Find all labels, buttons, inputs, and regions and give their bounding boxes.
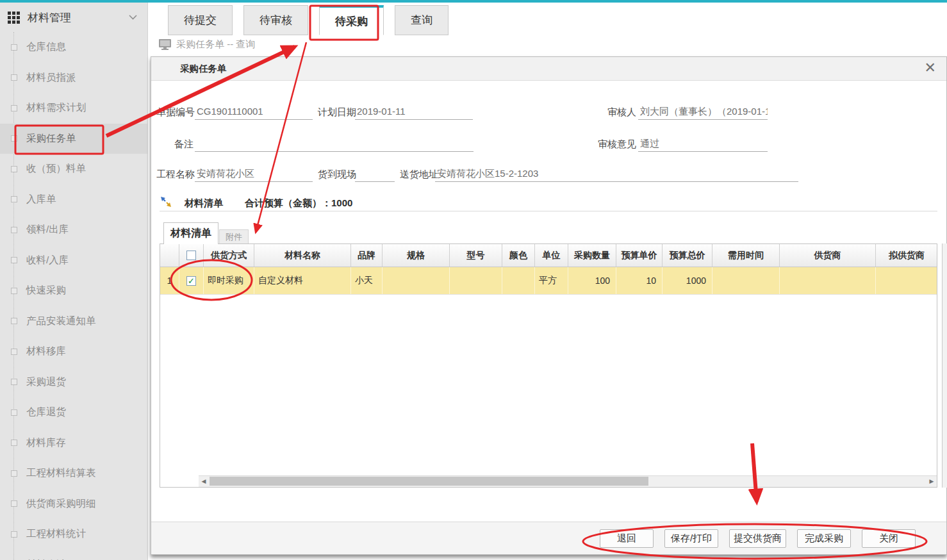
sidebar-item[interactable]: 供货商采购明细 <box>0 489 147 520</box>
tab-material-list[interactable]: 材料清单 <box>163 222 218 244</box>
sidebar-item-label: 工程材料结算表 <box>26 466 96 480</box>
project-name-field[interactable]: 安靖荷花小区 <box>195 167 313 182</box>
sidebar-item-label: 快速采购 <box>26 284 66 297</box>
grid-header-cell: 预算总价 <box>663 244 712 267</box>
grid-cell: 1000 <box>663 267 712 294</box>
sidebar-item[interactable]: 领料/出库 <box>0 215 147 245</box>
sidebar-item-label: 材料员指派 <box>26 71 76 85</box>
review-opinion-field[interactable]: 通过 <box>638 136 768 152</box>
goods-on-site-field[interactable] <box>355 167 395 182</box>
tree-bullet-icon <box>11 166 17 172</box>
close-icon[interactable]: ✕ <box>922 60 939 76</box>
review-opinion-label: 审核意见 <box>595 138 636 151</box>
sidebar-items: 仓库信息材料员指派材料需求计划采购任务单收（预）料单入库单领料/出库收料/入库快… <box>0 32 147 560</box>
tab-查询[interactable]: 查询 <box>395 5 449 35</box>
section-summary: 合计预算（金额）：1000 <box>245 197 352 210</box>
grid-cell: 即时采购 <box>204 267 254 294</box>
tab-待提交[interactable]: 待提交 <box>168 5 233 35</box>
sidebar-item[interactable]: 工程材料结算表 <box>0 458 147 489</box>
delivery-address-label: 送货地址 <box>400 169 432 181</box>
vertical-scrollbar[interactable] <box>942 243 947 488</box>
grid-header-cell: 型号 <box>450 244 502 267</box>
sidebar-item[interactable]: 材料库存 <box>0 428 147 459</box>
grid-cell: 小天 <box>351 267 383 294</box>
sidebar-item[interactable]: 材料需求计划 <box>0 93 147 124</box>
tree-bullet-icon <box>11 379 17 385</box>
breadcrumb: 采购任务单 -- 查询 <box>159 38 255 51</box>
grid-header-cell: 品牌 <box>351 244 383 267</box>
sidebar-item[interactable]: 材料统计 <box>0 550 147 560</box>
grid-cell <box>712 267 780 294</box>
sidebar-item[interactable]: 收（预）料单 <box>0 154 147 185</box>
sidebar-item[interactable]: 采购退货 <box>0 367 147 398</box>
scrollbar-thumb[interactable] <box>210 477 648 486</box>
remark-label: 备注 <box>156 138 194 151</box>
sidebar-item[interactable]: 工程材料统计 <box>0 519 147 550</box>
remark-field[interactable] <box>195 136 474 152</box>
scroll-right-icon[interactable]: ▶ <box>927 476 936 486</box>
tree-bullet-icon <box>11 440 17 446</box>
row-checkbox[interactable] <box>186 276 196 286</box>
sidebar-item-label: 采购任务单 <box>26 132 76 145</box>
sidebar-item[interactable]: 材料移库 <box>0 336 147 367</box>
doc-no-field[interactable]: CG1901110001 <box>195 104 313 120</box>
header-checkbox-cell[interactable] <box>179 244 204 267</box>
chevron-down-icon[interactable] <box>129 15 137 20</box>
section-divider <box>160 211 937 211</box>
button-退回[interactable]: 退回 <box>600 529 654 548</box>
modal-title: 采购任务单 <box>180 57 227 80</box>
tree-bullet-icon <box>11 257 17 263</box>
tree-bullet-icon <box>11 135 17 142</box>
material-grid: 供货方式材料名称品牌规格型号颜色单位采购数量预算单价预算总价需用时间供货商拟供货… <box>160 243 937 488</box>
sidebar-item-label: 领料/出库 <box>26 223 69 236</box>
plan-date-field[interactable]: 2019-01-11 <box>355 104 473 120</box>
sidebar-item-label: 采购退货 <box>26 375 66 389</box>
sidebar-item[interactable]: 收料/入库 <box>0 245 147 276</box>
horizontal-scrollbar[interactable]: ◀ ▶ <box>199 475 937 487</box>
sidebar-item[interactable]: 仓库退货 <box>0 397 147 428</box>
tree-bullet-icon <box>11 349 17 355</box>
scroll-left-icon[interactable]: ◀ <box>199 476 209 486</box>
button-保存/打印[interactable]: 保存/打印 <box>664 529 718 548</box>
tab-待审核[interactable]: 待审核 <box>243 5 308 35</box>
button-提交供货商[interactable]: 提交供货商 <box>729 529 786 548</box>
sidebar-item[interactable]: 采购任务单 <box>0 124 147 154</box>
tree-bullet-icon <box>11 531 17 538</box>
tab-attachments[interactable]: 附件 <box>219 229 249 244</box>
sidebar-item-label: 收（预）料单 <box>26 162 86 176</box>
grid-cell: 10 <box>616 267 663 294</box>
expand-collapse-icon[interactable] <box>160 196 172 208</box>
sidebar-item[interactable]: 产品安装通知单 <box>0 306 147 337</box>
grid-header-cell <box>160 244 179 267</box>
tree-bullet-icon <box>11 409 17 416</box>
footer-buttons: 退回保存/打印提交供货商完成采购关闭 <box>151 522 946 554</box>
grid-cell <box>502 267 535 294</box>
sidebar: 材料管理 仓库信息材料员指派材料需求计划采购任务单收（预）料单入库单领料/出库收… <box>0 3 148 560</box>
row-checkbox-cell <box>179 267 204 294</box>
button-关闭[interactable]: 关闭 <box>862 529 916 548</box>
plan-date-label: 计划日期 <box>318 106 352 119</box>
sidebar-item[interactable]: 材料员指派 <box>0 63 147 94</box>
reviewer-field[interactable]: 刘大同（董事长）（2019-01-11 <box>638 104 768 120</box>
sidebar-item[interactable]: 快速采购 <box>0 276 147 306</box>
breadcrumb-text: 采购任务单 -- 查询 <box>176 38 255 51</box>
sidebar-item-label: 仓库信息 <box>26 40 66 54</box>
grid-header-cell: 材料名称 <box>254 244 351 267</box>
tree-bullet-icon <box>11 74 17 81</box>
sidebar-item[interactable]: 仓库信息 <box>0 32 147 63</box>
grid-header-cell: 需用时间 <box>712 244 780 267</box>
sidebar-header[interactable]: 材料管理 <box>0 3 147 32</box>
monitor-icon <box>159 39 171 50</box>
table-row[interactable]: 1即时采购自定义材料小天平方100101000 <box>160 267 937 295</box>
sidebar-item-label: 产品安装通知单 <box>26 315 96 328</box>
tree-bullet-icon <box>11 105 17 111</box>
tab-待采购[interactable]: 待采购 <box>319 5 384 35</box>
sidebar-item[interactable]: 入库单 <box>0 185 147 215</box>
purchase-task-modal: 采购任务单 ✕ 单据编号 CG1901110001 计划日期 2019-01-1… <box>151 56 947 555</box>
goods-on-site-label: 货到现场 <box>318 169 352 181</box>
reviewer-label: 审核人 <box>607 106 636 119</box>
select-all-checkbox[interactable] <box>186 251 196 260</box>
delivery-address-field[interactable]: 安靖荷花小区15-2-1203 <box>435 167 798 182</box>
grid-cell <box>876 267 937 294</box>
button-完成采购[interactable]: 完成采购 <box>797 529 851 548</box>
